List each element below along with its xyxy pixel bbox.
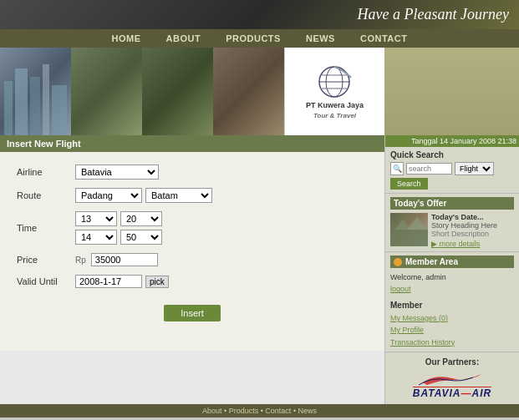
- insert-btn-row: Insert: [17, 305, 368, 338]
- svg-rect-10: [390, 230, 428, 246]
- valid-date-input[interactable]: [75, 275, 142, 288]
- nav-products[interactable]: PRODUCTS: [226, 33, 281, 43]
- valid-label: Valid Until: [17, 276, 75, 286]
- route-controls: Padang Jakarta Surabaya Batam Jakarta Ba…: [75, 188, 212, 203]
- nav-contact[interactable]: CONTACT: [360, 33, 407, 43]
- airline-controls: Batavia Garuda Lion Air: [75, 164, 159, 180]
- logout-link[interactable]: logout: [390, 285, 411, 293]
- hero-images: [0, 48, 284, 135]
- batavia-wing-graphic: [419, 370, 486, 387]
- time-label: Time: [17, 223, 75, 233]
- today-offer-text: Today's Date... Story Heading Here Short…: [431, 213, 497, 248]
- footer-news[interactable]: News: [298, 407, 318, 415]
- footer: About • Products • Contact • News: [0, 404, 519, 417]
- member-icon: [394, 258, 402, 266]
- pick-date-button[interactable]: pick: [145, 276, 169, 288]
- insert-bar: Insert New Flight: [0, 135, 384, 152]
- footer-about[interactable]: About: [202, 407, 222, 415]
- footer-products[interactable]: Products: [229, 407, 259, 415]
- hero-image-2: [71, 48, 142, 135]
- time-min1-select[interactable]: 200030: [120, 211, 162, 226]
- today-offer-content: Today's Date... Story Heading Here Short…: [390, 213, 514, 248]
- quick-search-row: 🔍 Flight Hotel Tour: [390, 162, 514, 175]
- price-label: Price: [17, 255, 75, 265]
- partners-section: Our Partners: BATAVIA—AIR: [385, 352, 519, 404]
- svg-rect-4: [52, 85, 67, 135]
- price-controls: Rp: [75, 253, 158, 266]
- hero-image-4: [213, 48, 284, 135]
- footer-contact[interactable]: Contact: [265, 407, 291, 415]
- time-min2-select[interactable]: 500030: [120, 230, 162, 245]
- svg-rect-3: [43, 64, 49, 135]
- company-name: PT Kuwera Jaya Tour & Travel: [306, 100, 364, 120]
- member-area-section: Member Area Welcome, admin logout Member…: [385, 252, 519, 352]
- date-bar: Tanggal 14 January 2008 21:38: [385, 135, 519, 147]
- content-area: Insert New Flight Airline Batavia Garuda…: [0, 135, 384, 404]
- today-offer-section: Today's Offer Today's Date... Story Head…: [385, 194, 519, 252]
- svg-marker-12: [407, 217, 427, 230]
- route-row: Route Padang Jakarta Surabaya Batam Jaka…: [17, 188, 368, 203]
- price-prefix: Rp: [75, 256, 86, 265]
- insert-button[interactable]: Insert: [164, 305, 221, 321]
- airline-label: Airline: [17, 167, 75, 177]
- search-type-select[interactable]: Flight Hotel Tour: [455, 162, 494, 175]
- nav-bar: HOME ABOUT PRODUCTS NEWS CONTACT: [0, 29, 519, 48]
- today-offer-header: Today's Offer: [390, 197, 514, 210]
- svg-rect-0: [4, 81, 13, 135]
- quick-search-label: Quick Search: [390, 150, 514, 159]
- search-input[interactable]: [406, 163, 452, 175]
- batavia-text: BATAVIA—AIR: [413, 387, 491, 399]
- valid-row: Valid Until pick: [17, 275, 368, 288]
- time-hour2-select[interactable]: 141215: [75, 230, 117, 245]
- price-input[interactable]: [91, 253, 158, 266]
- time-hour1-select[interactable]: 131214: [75, 211, 117, 226]
- logo-globe: [310, 63, 360, 100]
- hero-image-3: [142, 48, 213, 135]
- search-button[interactable]: Search: [390, 178, 428, 190]
- more-details-icon: ▶: [431, 240, 437, 248]
- main-layout: Insert New Flight Airline Batavia Garuda…: [0, 135, 519, 404]
- svg-rect-1: [15, 68, 28, 135]
- time-controls: 131214 200030 141215 500030: [75, 211, 162, 245]
- nav-about[interactable]: ABOUT: [166, 33, 201, 43]
- search-icon: 🔍: [393, 164, 402, 173]
- quick-search-section: Quick Search 🔍 Flight Hotel Tour Search: [385, 147, 519, 194]
- member-text: Welcome, admin logout Member My Messages…: [390, 271, 514, 348]
- nav-home[interactable]: HOME: [112, 33, 141, 43]
- header: Have a Pleasant Journey: [0, 0, 519, 29]
- route-to-select[interactable]: Batam Jakarta Bali: [145, 188, 212, 203]
- route-from-select[interactable]: Padang Jakarta Surabaya: [75, 188, 142, 203]
- batavia-logo: BATAVIA—AIR: [390, 370, 514, 399]
- today-offer-link[interactable]: ▶ more details: [431, 240, 481, 248]
- member-header: Member Area: [390, 256, 514, 268]
- route-label: Route: [17, 190, 75, 200]
- flight-form: Airline Batavia Garuda Lion Air Route Pa…: [0, 152, 384, 351]
- today-offer-image: [390, 213, 428, 246]
- svg-rect-2: [30, 77, 40, 135]
- time-row: Time 131214 200030 141215: [17, 211, 368, 245]
- sidebar-hero-space: [384, 48, 519, 135]
- airline-select[interactable]: Batavia Garuda Lion Air: [75, 164, 159, 180]
- transaction-history-link[interactable]: Transaction History: [390, 338, 455, 347]
- hero-image-1: [0, 48, 71, 135]
- sidebar: Tanggal 14 January 2008 21:38 Quick Sear…: [384, 135, 519, 404]
- airline-row: Airline Batavia Garuda Lion Air: [17, 164, 368, 180]
- company-logo: PT Kuwera Jaya Tour & Travel: [284, 48, 384, 135]
- header-title: Have a Pleasant Journey: [358, 6, 509, 23]
- my-profile-link[interactable]: My Profile: [390, 326, 424, 334]
- valid-controls: pick: [75, 275, 169, 288]
- nav-news[interactable]: NEWS: [306, 33, 335, 43]
- my-messages-link[interactable]: My Messages (0): [390, 314, 448, 322]
- price-row: Price Rp: [17, 253, 368, 266]
- search-icon-box: 🔍: [390, 162, 404, 175]
